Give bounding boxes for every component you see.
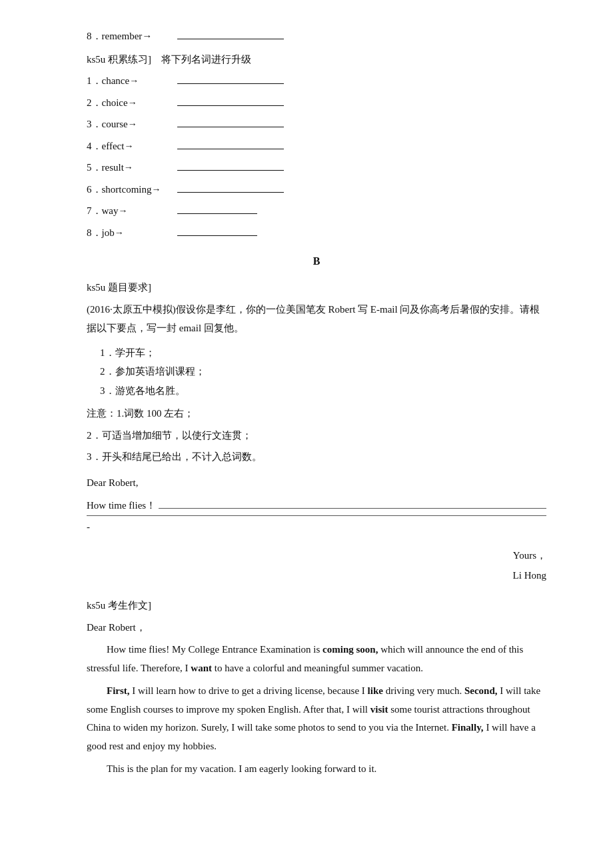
note-3-text: 3．开头和结尾已给出，不计入总词数。 — [87, 451, 262, 462]
item-8-job: 8．job→ — [87, 223, 546, 243]
item-3-course: 3．course→ — [87, 115, 546, 134]
prompt-block: (2016·太原五中模拟)假设你是李红，你的一位美国笔友 Robert 写 E-… — [87, 300, 546, 338]
dash-line-1 — [159, 508, 546, 509]
item-5-label: 5．result→ — [87, 158, 173, 177]
item-4-label: 4．effect→ — [87, 137, 173, 156]
point-2-text: 2．参加英语培训课程； — [100, 366, 205, 377]
section-a-header-text: ks5u 积累练习] 将下列名词进行升级 — [87, 54, 251, 65]
dash-end-char: - — [87, 521, 90, 532]
item-6-shortcoming: 6．shortcoming→ — [87, 180, 546, 199]
student-essay-header: ks5u 考生作文] — [87, 596, 546, 615]
top-exercise-section: 8．remember→ — [87, 27, 546, 46]
note-3-block: 3．开头和结尾已给出，不计入总词数。 — [87, 447, 546, 467]
section-b-title: B — [87, 251, 546, 271]
point-1-text: 1．学开车； — [100, 347, 155, 358]
item-2-choice: 2．choice→ — [87, 93, 546, 113]
note-label: 注意：1.词数 100 左右； — [87, 408, 194, 419]
essay-para-1: How time flies! My College Entrance Exam… — [87, 641, 546, 678]
item-4-effect: 4．effect→ — [87, 137, 546, 156]
item-7-blank — [177, 202, 257, 214]
email-salutation: Dear Robert, — [87, 473, 546, 493]
point-3-text: 3．游览各地名胜。 — [100, 385, 185, 396]
item-1-chance: 1．chance→ — [87, 71, 546, 91]
dash-end: - — [87, 517, 546, 537]
bold-second: Second, — [464, 685, 498, 696]
item-8-remember-blank — [177, 27, 284, 39]
point-3: 3．游览各地名胜。 — [100, 381, 546, 401]
bold-visit: visit — [370, 704, 388, 715]
notes-block: 注意：1.词数 100 左右； — [87, 404, 546, 423]
item-4-blank — [177, 137, 284, 149]
item-1-label: 1．chance→ — [87, 71, 173, 91]
note-2-text: 2．可适当增加细节，以使行文连贯； — [87, 430, 252, 441]
section-a-items: 1．chance→ 2．choice→ 3．course→ 4．effect→ … — [87, 71, 546, 242]
ks5u-topic-header: ks5u 题目要求] — [87, 278, 546, 297]
item-3-label: 3．course→ — [87, 115, 173, 134]
bold-first: First, — [107, 685, 130, 696]
item-6-label: 6．shortcoming→ — [87, 180, 173, 199]
item-7-way: 7．way→ — [87, 201, 546, 221]
essay-salutation: Dear Robert， — [87, 618, 546, 637]
item-7-label: 7．way→ — [87, 201, 173, 221]
point-1: 1．学开车； — [100, 343, 546, 363]
item-1-blank — [177, 72, 284, 84]
ks5u-section-a-header: ks5u 积累练习] 将下列名词进行升级 — [87, 50, 546, 69]
prompt-text: (2016·太原五中模拟)假设你是李红，你的一位美国笔友 Robert 写 E-… — [87, 304, 540, 334]
exercise-item-8-remember: 8．remember→ — [87, 27, 546, 46]
item-8-label: 8．job→ — [87, 223, 173, 243]
item-5-blank — [177, 159, 284, 171]
essay-para-3: This is the plan for my vacation. I am e… — [87, 760, 546, 779]
name-line: Li Hong — [87, 565, 546, 585]
item-8-remember-label: 8．remember→ — [87, 27, 173, 46]
signature-block: Yours， Li Hong — [87, 545, 546, 585]
essay-para-2: First, I will learn how to drive to get … — [87, 682, 546, 756]
bold-want: want — [191, 663, 212, 673]
opening-line: How time flies！ — [87, 496, 546, 515]
salutation-text: Dear Robert, — [87, 477, 138, 488]
yours-line: Yours， — [87, 545, 546, 565]
essay-salutation-text: Dear Robert， — [87, 622, 146, 633]
dash-line-2 — [87, 515, 546, 516]
points-section: 1．学开车； 2．参加英语培训课程； 3．游览各地名胜。 — [100, 343, 546, 401]
opening-text: How time flies！ — [87, 496, 156, 515]
item-2-label: 2．choice→ — [87, 93, 173, 113]
item-3-blank — [177, 115, 284, 127]
point-2: 2．参加英语培训课程； — [100, 362, 546, 381]
bold-finally: Finally, — [452, 722, 484, 733]
item-8-blank — [177, 224, 257, 236]
item-6-blank — [177, 181, 284, 193]
item-5-result: 5．result→ — [87, 158, 546, 177]
bold-like: like — [368, 685, 383, 696]
bold-coming-soon: coming soon, — [322, 644, 378, 655]
item-2-blank — [177, 94, 284, 106]
note-2-block: 2．可适当增加细节，以使行文连贯； — [87, 426, 546, 445]
